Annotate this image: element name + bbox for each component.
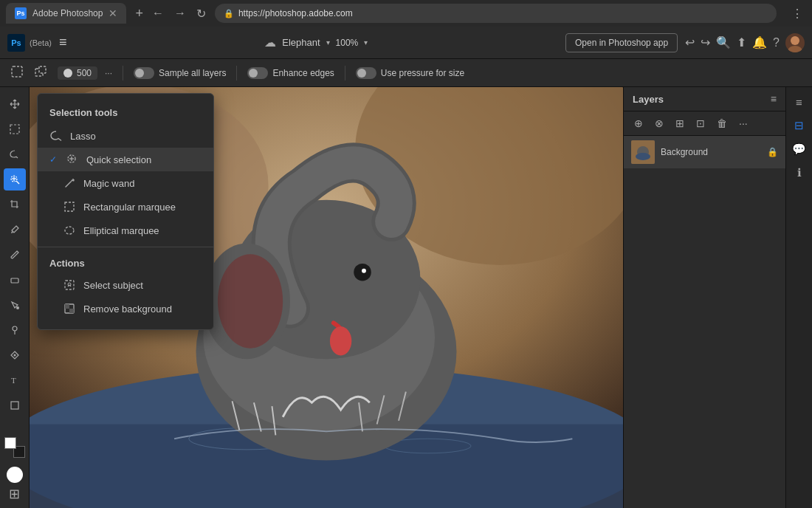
panel-divider [38,247,213,247]
enhance-edges-toggle: Enhance edges [247,67,334,79]
new-selection-button[interactable] [7,64,27,82]
left-tool-rect-select[interactable] [4,118,26,140]
layer-more-button[interactable]: ··· [736,116,751,131]
left-tool-lasso[interactable] [4,143,26,165]
add-layer-button[interactable]: ⊕ [631,116,646,131]
svg-rect-10 [11,278,18,283]
nav-refresh-button[interactable]: ↻ [193,4,209,24]
browser-tab[interactable]: Ps Adobe Photoshop ✕ [6,3,126,24]
toolbar: 500 ··· Sample all layers Enhance edges … [0,59,812,87]
tab-title: Adobe Photoshop [32,8,103,18]
upload-button[interactable]: ⬆ [737,35,746,49]
toolbar-separator-3 [345,66,345,80]
svg-text:T: T [11,376,16,385]
pressure-switch[interactable] [356,67,376,79]
left-tool-dodge[interactable] [4,319,26,341]
undo-button[interactable]: ↩ [685,35,695,49]
svg-line-7 [16,181,19,184]
zoom-chevron-icon[interactable]: ▾ [364,38,368,47]
svg-rect-5 [10,125,19,134]
selection-mode-group [7,64,50,82]
svg-rect-4 [39,66,46,73]
elliptical-marquee-item[interactable]: Elliptical marquee [38,219,213,242]
layer-style-button[interactable]: ⊞ [672,116,687,131]
background-layer-item[interactable]: Background 🔒 [624,136,785,168]
app-header: Ps (Beta) ≡ ☁ Elephant ▾ 100% ▾ Open in … [0,27,812,59]
pressure-label: Use pressure for size [381,68,464,78]
tab-close-button[interactable]: ✕ [109,7,117,19]
svg-point-28 [362,269,366,273]
svg-rect-43 [69,309,74,313]
sample-all-layers-switch[interactable] [134,67,154,79]
svg-point-11 [16,306,19,309]
new-tab-button[interactable]: + [135,6,143,21]
layer-mask-button[interactable]: ⊡ [693,116,708,131]
left-tool-quick-select[interactable] [4,168,26,190]
redo-button[interactable]: ↪ [701,35,710,49]
ellipse-marquee-icon [63,224,76,237]
url-text: https://photoshop.adobe.com [238,8,353,18]
toolbar-separator-2 [236,66,237,80]
enhance-edges-switch[interactable] [247,67,268,79]
foreground-color-swatch[interactable] [4,437,16,449]
info-icon[interactable]: ℹ [794,163,805,182]
brush-dot-icon [63,69,72,78]
layers-toolbar: ⊕ ⊗ ⊞ ⊡ 🗑 ··· [624,111,785,136]
brush-size-control[interactable]: 500 [58,66,97,80]
browser-menu-button[interactable]: ⋮ [788,4,806,24]
header-center: ☁ Elephant ▾ 100% ▾ [66,35,565,49]
left-tool-move[interactable] [4,93,26,115]
more-options-button[interactable]: ··· [105,68,112,78]
magic-wand-icon [63,176,76,190]
screen-mode-button[interactable]: ⊞ [9,486,20,502]
layers-panel-menu-button[interactable]: ≡ [771,93,777,105]
left-tool-crop[interactable] [4,193,26,216]
layers-icon[interactable]: ⊟ [791,116,807,135]
help-button[interactable]: ? [773,36,780,49]
rectangular-marquee-item[interactable]: Rectangular marquee [38,195,213,219]
layer-name: Background [661,147,761,157]
delete-layer-button[interactable]: 🗑 [714,116,730,131]
sample-all-layers-toggle: Sample all layers [134,67,226,79]
svg-rect-2 [12,66,22,77]
svg-point-1 [788,46,802,52]
address-bar[interactable]: 🔒 https://photoshop.adobe.com [215,4,777,23]
canvas-area[interactable]: Selection tools Lasso ✓ [30,87,623,508]
quick-selection-label: Quick selection [86,154,151,165]
lock-icon: 🔒 [767,147,778,157]
avatar[interactable] [785,33,805,52]
open-in-photoshop-button[interactable]: Open in Photoshop app [565,33,678,52]
notification-button[interactable]: 🔔 [752,35,767,49]
left-tool-shape[interactable] [4,394,26,416]
comment-icon[interactable]: 💬 [789,140,809,159]
left-toolbar: T ⊞ [0,87,30,508]
remove-background-item[interactable]: Remove background [38,297,213,320]
cloud-icon: ☁ [264,35,276,49]
layer-blend-button[interactable]: ⊗ [652,116,667,131]
magic-wand-item[interactable]: Magic wand [38,171,213,195]
add-selection-button[interactable] [31,64,50,82]
lasso-tool-item[interactable]: Lasso [38,124,213,148]
quick-mask-button[interactable] [7,467,23,483]
left-tool-eraser[interactable] [4,269,26,291]
right-side-icons: ≡ ⊟ 💬 ℹ [785,87,812,508]
adjustments-icon[interactable]: ≡ [793,93,805,111]
quick-selection-item[interactable]: ✓ Quick selection [38,148,213,171]
left-tool-pen[interactable] [4,344,26,366]
browser-chrome: Ps Adobe Photoshop ✕ + ← → ↻ 🔒 https://p… [0,0,812,27]
select-subject-item[interactable]: Select subject [38,273,213,297]
left-tool-eyedropper[interactable] [4,219,26,241]
filename-chevron-icon[interactable]: ▾ [326,38,330,47]
svg-point-14 [13,354,16,357]
nav-forward-button[interactable]: → [171,4,189,23]
zoom-level: 100% [336,38,359,48]
nav-back-button[interactable]: ← [149,4,167,23]
left-tool-type[interactable]: T [4,369,26,391]
color-swatches[interactable] [4,437,25,458]
brush-size-value: 500 [77,68,92,78]
search-button[interactable]: 🔍 [716,35,731,49]
remove-bg-icon [63,302,76,315]
left-tool-paint-bucket[interactable] [4,294,26,316]
hamburger-menu-button[interactable]: ≡ [59,35,67,50]
left-tool-brush[interactable] [4,244,26,266]
